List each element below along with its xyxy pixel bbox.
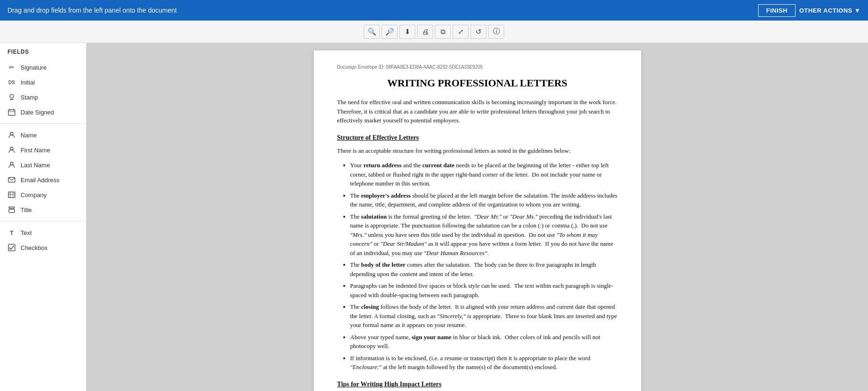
envelope-id: Docusign Envelope ID: 08FAA0E3-ED8A-4AAC… [337, 64, 618, 70]
zoom-out-button[interactable]: 🔎 [382, 25, 398, 39]
svg-rect-14 [9, 207, 14, 208]
download-button[interactable]: ⬇ [399, 25, 415, 39]
doc-container: Docusign Envelope ID: 08FAA0E3-ED8A-4AAC… [314, 50, 641, 391]
svg-rect-1 [10, 99, 14, 100]
field-item-checkbox[interactable]: Checkbox [0, 240, 86, 255]
field-label-date-signed: Date Signed [21, 109, 54, 116]
text-icon: T [7, 228, 16, 237]
field-item-email-address[interactable]: Email Address [0, 172, 86, 187]
svg-point-7 [10, 147, 13, 150]
doc-title: WRITING PROFESSIONAL LETTERS [337, 77, 618, 89]
copy-button[interactable]: ⧉ [435, 25, 451, 39]
bullet-2: The employer's address should be placed … [350, 191, 618, 209]
svg-rect-2 [8, 110, 15, 115]
top-bar: Drag and drop fields from the left panel… [0, 0, 868, 21]
checkbox-icon [7, 243, 16, 252]
divider-2 [0, 221, 86, 221]
field-label-last-name: Last Name [21, 162, 50, 169]
fields-title: FIELDS [0, 49, 86, 60]
field-item-company[interactable]: Company [0, 187, 86, 202]
field-item-date-signed[interactable]: Date Signed [0, 105, 86, 120]
company-icon [7, 191, 16, 199]
expand-button[interactable]: ⤢ [453, 25, 469, 39]
bullet-3: The salutation is the formal greeting of… [350, 212, 618, 258]
print-button[interactable]: 🖨 [417, 25, 433, 39]
field-item-title[interactable]: Title [0, 202, 86, 217]
svg-point-8 [10, 162, 13, 165]
section1-list: Your return address and the current date… [350, 161, 618, 372]
field-label-initial: Initial [21, 79, 35, 86]
svg-rect-15 [9, 209, 14, 213]
bullet-6: The closing follows the body of the lett… [350, 302, 618, 330]
field-item-signature[interactable]: ✏ Signature [0, 60, 86, 75]
signature-icon: ✏ [7, 63, 16, 71]
bullet-5: Paragraphs can be indented five spaces o… [350, 281, 618, 299]
top-bar-actions: FINISH OTHER ACTIONS ▼ [758, 4, 861, 17]
field-label-title: Title [21, 206, 32, 213]
bullet-1: Your return address and the current date… [350, 161, 618, 188]
field-item-first-name[interactable]: First Name [0, 142, 86, 157]
field-label-first-name: First Name [21, 147, 51, 154]
doc-area: Docusign Envelope ID: 08FAA0E3-ED8A-4AAC… [87, 43, 868, 391]
doc-body: The need for effective oral and written … [337, 98, 618, 391]
field-label-signature: Signature [21, 64, 47, 71]
divider-1 [0, 123, 86, 124]
svg-rect-10 [8, 192, 15, 198]
section1-intro: There is an acceptable structure for wri… [337, 146, 618, 156]
field-label-text: Text [21, 229, 32, 236]
svg-point-0 [10, 94, 14, 98]
other-actions-button[interactable]: OTHER ACTIONS ▼ [799, 7, 861, 14]
field-item-stamp[interactable]: Stamp [0, 90, 86, 105]
toolbar: 🔍 🔎 ⬇ 🖨 ⧉ ⤢ ↺ ⓘ [0, 21, 868, 43]
field-item-text[interactable]: T Text [0, 225, 86, 240]
first-name-icon [7, 146, 16, 154]
field-label-checkbox: Checkbox [21, 244, 48, 251]
email-address-icon [7, 176, 16, 184]
field-item-initial[interactable]: DS Initial [0, 75, 86, 90]
left-panel: FIELDS ✏ Signature DS Initial Stamp Date… [0, 43, 87, 391]
field-label-company: Company [21, 192, 47, 199]
zoom-in-button[interactable]: 🔍 [364, 25, 380, 39]
main-layout: FIELDS ✏ Signature DS Initial Stamp Date… [0, 43, 868, 391]
bullet-4: The body of the letter comes after the s… [350, 260, 618, 278]
doc-intro: The need for effective oral and written … [337, 98, 618, 125]
stamp-icon [7, 93, 16, 101]
top-bar-message: Drag and drop fields from the left panel… [7, 7, 177, 14]
bullet-8: If information is to be enclosed, (i.e. … [350, 354, 618, 372]
title-icon [7, 206, 16, 214]
finish-button[interactable]: FINISH [758, 4, 796, 17]
last-name-icon [7, 161, 16, 169]
field-label-name: Name [21, 132, 37, 139]
field-item-name[interactable]: Name [0, 128, 86, 142]
bullet-7: Above your typed name, sign your name in… [350, 333, 618, 351]
section1-title: Structure of Effective Letters [337, 133, 618, 142]
section2-title: Tips for Writing High Impact Letters [337, 379, 618, 389]
svg-point-6 [10, 132, 13, 135]
field-label-email-address: Email Address [21, 177, 59, 184]
field-item-last-name[interactable]: Last Name [0, 157, 86, 172]
date-signed-icon [7, 108, 16, 116]
name-icon [7, 131, 16, 139]
refresh-button[interactable]: ↺ [470, 25, 486, 39]
info-button[interactable]: ⓘ [488, 25, 504, 39]
field-label-stamp: Stamp [21, 94, 38, 101]
initial-icon: DS [7, 78, 16, 86]
